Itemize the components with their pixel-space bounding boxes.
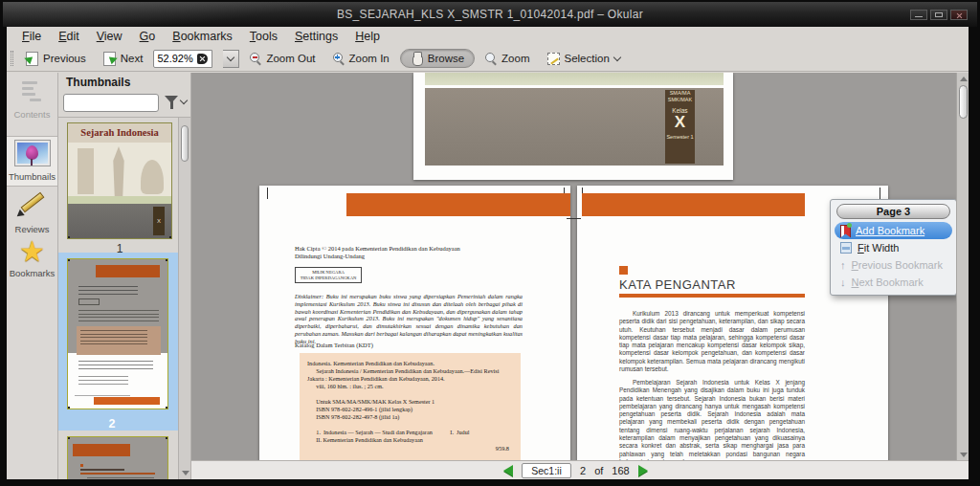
menu-item-previous-bookmark: Previous Bookmark bbox=[835, 256, 952, 274]
document-scrollbar-thumb[interactable] bbox=[959, 85, 968, 119]
menu-item-add-bookmark[interactable]: Add Bookmark bbox=[835, 222, 952, 239]
menu-view[interactable]: View bbox=[89, 28, 130, 45]
previous-label: Previous bbox=[43, 53, 86, 64]
main-content: Contents Thumbnails Reviews ★ Bookmarks … bbox=[7, 73, 969, 479]
thumbnails-scrollbar-thumb[interactable] bbox=[181, 125, 189, 162]
browse-label: Browse bbox=[428, 53, 464, 64]
sidebar-item-thumbnails[interactable]: Thumbnails bbox=[7, 136, 57, 187]
sidebar-label-bookmarks: Bookmarks bbox=[7, 268, 57, 278]
menu-help[interactable]: Help bbox=[347, 28, 388, 45]
menu-item-next-bookmark: Next Bookmark bbox=[835, 274, 952, 291]
previous-page-icon bbox=[26, 52, 38, 66]
fit-width-icon bbox=[840, 242, 852, 254]
badge-line4: X bbox=[665, 114, 695, 131]
document-view-wrapper: SMA/MA SMK/MAK Kelas X Semester 1 bbox=[191, 73, 969, 479]
thumbnails-scrollbar[interactable] bbox=[178, 118, 190, 479]
page-label-box[interactable]: Sec1:ii bbox=[522, 463, 571, 478]
sidebar-item-reviews[interactable]: Reviews bbox=[7, 188, 57, 234]
selection-tool-button[interactable]: Selection bbox=[541, 50, 627, 68]
thumbnails-list: Sejarah Indonesia X 1 bbox=[58, 117, 190, 479]
cover-relief-band: X bbox=[68, 204, 171, 238]
menu-file[interactable]: File bbox=[14, 28, 49, 45]
page-1-cover: SMA/MA SMK/MAK Kelas X Semester 1 bbox=[413, 73, 733, 180]
cover-relief-image: SMA/MA SMK/MAK Kelas X Semester 1 bbox=[425, 88, 724, 166]
previous-page-button[interactable]: Previous bbox=[19, 49, 93, 69]
add-bookmark-icon bbox=[840, 225, 850, 237]
menu-edit[interactable]: Edit bbox=[51, 28, 87, 45]
zoom-in-button[interactable]: Zoom In bbox=[326, 50, 396, 67]
toolbar-grip[interactable] bbox=[11, 51, 13, 66]
cover-badge: SMA/MA SMK/MAK Kelas X Semester 1 bbox=[665, 90, 695, 164]
thumbnail-page-3[interactable] bbox=[67, 436, 168, 479]
menu-bookmarks[interactable]: Bookmarks bbox=[165, 28, 240, 45]
thumbnails-panel-title: Thumbnails bbox=[66, 76, 130, 89]
thumbnails-icon bbox=[15, 141, 50, 166]
badge-line1: SMA/MA bbox=[665, 90, 695, 97]
zoom-combobox bbox=[153, 50, 239, 68]
thumbnails-search-input[interactable] bbox=[63, 94, 159, 112]
close-button[interactable] bbox=[950, 10, 968, 20]
scroll-down-icon[interactable] bbox=[960, 453, 968, 457]
document-view[interactable]: SMA/MA SMK/MAK Kelas X Semester 1 bbox=[191, 73, 969, 461]
next-bookmark-label: Next Bookmark bbox=[852, 276, 924, 288]
browse-tool-button[interactable]: Browse bbox=[400, 49, 475, 68]
pencil-icon bbox=[16, 188, 49, 218]
contents-icon bbox=[20, 80, 45, 103]
heading-rule bbox=[619, 294, 805, 298]
total-pages: 168 bbox=[612, 465, 629, 476]
scroll-up-icon[interactable] bbox=[960, 77, 968, 81]
title-bar: BS_SEJARAH_KLS X_SMSTR 1_01042014.pdf – … bbox=[3, 2, 977, 27]
heading-bullet bbox=[619, 266, 628, 275]
thumbnail-2-label: 2 bbox=[58, 417, 166, 431]
minimize-button[interactable] bbox=[910, 10, 927, 20]
page-2: Hak Cipta © 2014 pada Kementerian Pendid… bbox=[259, 186, 570, 461]
window-title: BS_SEJARAH_KLS X_SMSTR 1_01042014.pdf – … bbox=[3, 8, 977, 21]
filter-icon[interactable] bbox=[165, 96, 178, 110]
current-page-number[interactable]: 2 bbox=[580, 465, 586, 476]
add-bookmark-label: Add Bookmark bbox=[856, 225, 924, 236]
selection-icon bbox=[547, 53, 560, 65]
hand-icon bbox=[411, 52, 423, 65]
zoom-out-icon bbox=[250, 53, 261, 64]
maximize-button[interactable] bbox=[930, 10, 947, 20]
thumbnail-2-image bbox=[67, 258, 168, 409]
zoom-out-button[interactable]: Zoom Out bbox=[243, 50, 322, 67]
sidebar-item-contents[interactable]: Contents bbox=[7, 80, 57, 120]
badge-line5: Semester 1 bbox=[665, 134, 695, 140]
previous-page-arrow-icon[interactable] bbox=[503, 465, 513, 476]
next-page-arrow-icon[interactable] bbox=[638, 465, 648, 476]
chevron-down-icon[interactable] bbox=[180, 97, 188, 104]
document-scrollbar[interactable] bbox=[956, 73, 969, 461]
menu-settings[interactable]: Settings bbox=[287, 28, 345, 45]
kdt-box-text: Indonesia. Kementerian Pendidikan dan Ke… bbox=[307, 360, 513, 444]
okular-window: File Edit View Go Bookmarks Tools Settin… bbox=[7, 27, 969, 479]
next-label: Next bbox=[121, 53, 144, 64]
menu-item-fit-width[interactable]: Fit Width bbox=[835, 239, 952, 256]
zoom-dropdown-button[interactable] bbox=[223, 50, 239, 68]
sidebar-label-contents: Contents bbox=[7, 109, 57, 120]
cover-top-strip bbox=[425, 73, 724, 85]
status-bar: Sec1:ii 2 of 168 bbox=[191, 460, 969, 479]
thumbnail-page-2-selected[interactable]: 2 bbox=[58, 253, 179, 431]
zoom-tool-button[interactable]: Zoom bbox=[479, 50, 536, 67]
arrow-down-icon bbox=[840, 276, 846, 288]
selection-label: Selection bbox=[565, 53, 610, 64]
zoom-in-icon bbox=[333, 53, 345, 64]
sidebar-item-bookmarks[interactable]: ★ Bookmarks bbox=[7, 237, 57, 278]
page-navigation: Sec1:ii 2 of 168 bbox=[503, 461, 648, 479]
cover-title: Sejarah Indonesia bbox=[68, 123, 171, 143]
next-page-button[interactable]: Next bbox=[97, 49, 150, 69]
scroll-down-icon[interactable] bbox=[182, 471, 189, 475]
previous-bookmark-label: Previous Bookmark bbox=[852, 259, 943, 271]
sidebar: Contents Thumbnails Reviews ★ Bookmarks bbox=[7, 73, 58, 479]
state-property-stamp: MILIK NEGARA TIDAK DIPERDAGANGKAN bbox=[295, 267, 362, 283]
kata-pengantar-heading: KATA PENGANTAR bbox=[619, 277, 736, 292]
star-icon: ★ bbox=[19, 235, 45, 267]
zoom-in-label: Zoom In bbox=[349, 53, 390, 64]
page3-paragraph-2: Pembelajaran Sejarah Indonesia untuk Kel… bbox=[619, 379, 805, 461]
menu-go[interactable]: Go bbox=[132, 28, 164, 45]
clear-icon[interactable] bbox=[197, 54, 208, 64]
thumbnail-page-1[interactable]: Sejarah Indonesia X 1 bbox=[67, 122, 172, 255]
menu-tools[interactable]: Tools bbox=[242, 28, 285, 45]
page3-paragraph-1: Kurikulum 2013 dirancang untuk memperkua… bbox=[619, 310, 805, 373]
